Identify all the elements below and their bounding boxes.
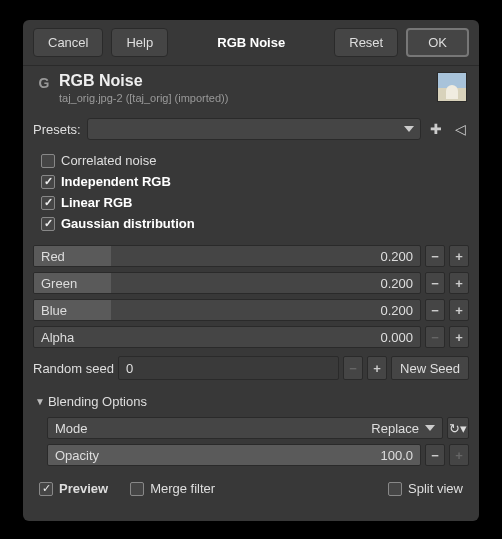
alpha-plus-button[interactable]: + xyxy=(449,326,469,348)
green-value: 0.200 xyxy=(380,276,413,291)
seed-plus-button[interactable]: + xyxy=(367,356,387,380)
alpha-value: 0.000 xyxy=(380,330,413,345)
opacity-minus-button[interactable]: − xyxy=(425,444,445,466)
correlated-noise-row[interactable]: Correlated noise xyxy=(33,150,469,171)
green-label: Green xyxy=(41,276,77,291)
manage-preset-button[interactable]: ◁ xyxy=(451,120,469,138)
independent-rgb-checkbox[interactable] xyxy=(41,175,55,189)
header-area: G RGB Noise taj_orig.jpg-2 ([taj_orig] (… xyxy=(23,66,479,114)
linear-rgb-label: Linear RGB xyxy=(61,195,133,210)
red-minus-button[interactable]: − xyxy=(425,245,445,267)
alpha-slider[interactable]: Alpha 0.000 xyxy=(33,326,421,348)
blue-minus-button[interactable]: − xyxy=(425,299,445,321)
linear-rgb-checkbox[interactable] xyxy=(41,196,55,210)
opacity-value: 100.0 xyxy=(380,448,413,463)
opacity-plus-button[interactable]: + xyxy=(449,444,469,466)
green-plus-button[interactable]: + xyxy=(449,272,469,294)
alpha-label: Alpha xyxy=(41,330,74,345)
green-slider[interactable]: Green 0.200 xyxy=(33,272,421,294)
gaussian-dist-row[interactable]: Gaussian distribution xyxy=(33,213,469,234)
preview-label: Preview xyxy=(59,481,108,496)
correlated-noise-checkbox[interactable] xyxy=(41,154,55,168)
blending-options-expander[interactable]: ▼ Blending Options xyxy=(33,388,469,413)
dialog-title-bar: RGB Noise xyxy=(217,35,285,50)
red-slider[interactable]: Red 0.200 xyxy=(33,245,421,267)
correlated-noise-label: Correlated noise xyxy=(61,153,156,168)
filter-title: RGB Noise xyxy=(59,72,431,90)
gaussian-dist-checkbox[interactable] xyxy=(41,217,55,231)
independent-rgb-row[interactable]: Independent RGB xyxy=(33,171,469,192)
independent-rgb-label: Independent RGB xyxy=(61,174,171,189)
reset-button[interactable]: Reset xyxy=(334,28,398,57)
random-seed-input[interactable]: 0 xyxy=(118,356,339,380)
blue-plus-button[interactable]: + xyxy=(449,299,469,321)
image-thumbnail[interactable] xyxy=(437,72,467,102)
action-bar: Cancel Help RGB Noise Reset OK xyxy=(23,20,479,66)
preview-checkbox[interactable] xyxy=(39,482,53,496)
merge-filter-label: Merge filter xyxy=(150,481,215,496)
rgb-noise-dialog: Cancel Help RGB Noise Reset OK G RGB Noi… xyxy=(23,20,479,521)
gaussian-dist-label: Gaussian distribution xyxy=(61,216,195,231)
blend-mode-reset-button[interactable]: ↻▾ xyxy=(447,417,469,439)
blue-value: 0.200 xyxy=(380,303,413,318)
split-view-label: Split view xyxy=(408,481,463,496)
random-seed-label: Random seed xyxy=(33,361,114,376)
blend-mode-value: Replace xyxy=(371,421,419,436)
new-seed-button[interactable]: New Seed xyxy=(391,356,469,380)
green-minus-button[interactable]: − xyxy=(425,272,445,294)
red-value: 0.200 xyxy=(380,249,413,264)
blue-slider[interactable]: Blue 0.200 xyxy=(33,299,421,321)
opacity-slider[interactable]: Opacity 100.0 xyxy=(47,444,421,466)
cancel-button[interactable]: Cancel xyxy=(33,28,103,57)
opacity-label: Opacity xyxy=(55,448,99,463)
triangle-down-icon: ▼ xyxy=(35,396,45,407)
add-preset-button[interactable]: ✚ xyxy=(427,120,445,138)
blue-label: Blue xyxy=(41,303,67,318)
ok-button[interactable]: OK xyxy=(406,28,469,57)
chevron-down-icon xyxy=(404,126,414,132)
linear-rgb-row[interactable]: Linear RGB xyxy=(33,192,469,213)
help-button[interactable]: Help xyxy=(111,28,168,57)
red-label: Red xyxy=(41,249,65,264)
alpha-minus-button[interactable]: − xyxy=(425,326,445,348)
merge-filter-checkbox[interactable] xyxy=(130,482,144,496)
blend-mode-dropdown[interactable]: Mode Replace xyxy=(47,417,443,439)
red-plus-button[interactable]: + xyxy=(449,245,469,267)
presets-dropdown[interactable] xyxy=(87,118,421,140)
presets-label: Presets: xyxy=(33,122,81,137)
seed-minus-button[interactable]: − xyxy=(343,356,363,380)
gimp-icon: G xyxy=(35,74,53,92)
chevron-down-icon xyxy=(425,425,435,431)
split-view-checkbox[interactable] xyxy=(388,482,402,496)
filter-subtitle: taj_orig.jpg-2 ([taj_orig] (imported)) xyxy=(59,92,431,104)
blending-options-label: Blending Options xyxy=(48,394,147,409)
blend-mode-label: Mode xyxy=(55,421,371,436)
